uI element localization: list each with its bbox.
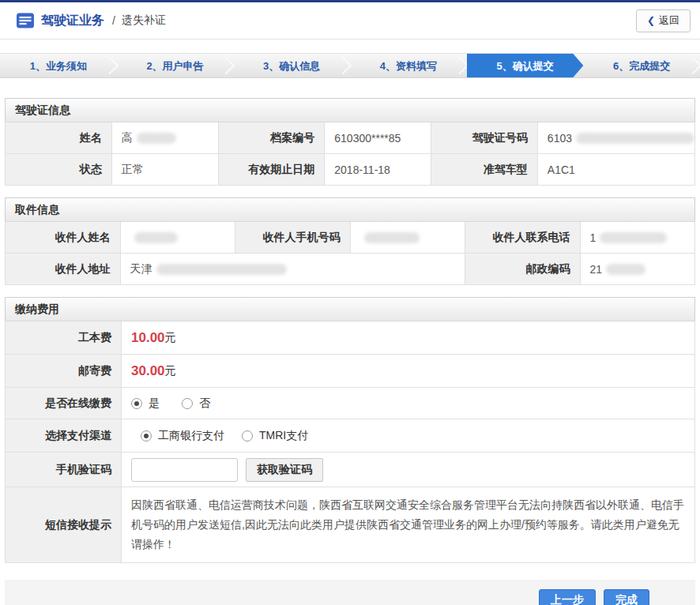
license-no-value: 6103 [538, 122, 695, 154]
address-text: 天津 [130, 262, 152, 276]
channel-icbc-option[interactable]: 工商银行支付 [141, 429, 224, 443]
payment-channel-label: 选择支付渠道 [6, 419, 122, 453]
redacted-postal-code [606, 264, 645, 275]
redacted-name [137, 133, 176, 144]
production-fee-label: 工本费 [6, 321, 122, 355]
redacted-address [156, 264, 287, 275]
vehicle-class-value: A1C1 [538, 154, 695, 186]
address-value: 天津 [121, 254, 466, 285]
license-info-section: 驾驶证信息 姓名 高 档案编号 610300****85 驾驶证号码 6103 … [5, 98, 695, 186]
step-1-label: 1、业务须知 [30, 60, 87, 72]
sms-code-row: 获取验证码 [122, 453, 695, 487]
payment-title: 缴纳费用 [5, 297, 695, 321]
channel-tmri-option[interactable]: TMRI支付 [242, 429, 308, 443]
step-3-label: 3、确认信息 [263, 60, 320, 72]
postage-fee-amount: 30.00 [131, 363, 165, 379]
postage-fee-label: 邮寄费 [6, 355, 122, 388]
redacted-recipient-mobile [364, 232, 420, 243]
recipient-phone-text: 1 [590, 231, 597, 244]
pickup-info-table: 收件人姓名 收件人手机号码 收件人联系电话 1 收件人地址 天津 邮政编码 21 [5, 221, 695, 285]
channel-tmri-label: TMRI支付 [259, 429, 308, 443]
recipient-name-label: 收件人姓名 [6, 222, 121, 254]
sms-notice-text: 因陕西省联通、电信运营商技术问题，陕西省互联网交通安全综合服务管理平台无法向持陕… [122, 487, 695, 563]
vehicle-class-label: 准驾车型 [431, 154, 538, 186]
channel-icbc-label: 工商银行支付 [158, 429, 224, 443]
sms-notice-label: 短信接收提示 [6, 487, 122, 563]
payment-section: 缴纳费用 工本费 10.00元 邮寄费 30.00元 是否在线缴费 是 否 选择… [5, 297, 695, 563]
radio-icbc-icon [141, 430, 152, 442]
production-fee-amount: 10.00 [131, 330, 165, 346]
online-payment-yes-label: 是 [149, 396, 160, 411]
online-payment-label: 是否在线缴费 [6, 388, 122, 419]
status-label: 状态 [6, 154, 112, 186]
recipient-phone-label: 收件人联系电话 [465, 222, 581, 254]
finish-button[interactable]: 完成 [604, 589, 649, 605]
license-no-value-text: 6103 [548, 132, 572, 145]
step-5-confirm-submit-active[interactable]: 5、确认提交 [467, 54, 584, 77]
footer-action-bar: 上一步 完成 [5, 580, 695, 605]
breadcrumb: 驾驶证业务 / 遗失补证 [16, 11, 166, 30]
expiry-label: 有效期止日期 [219, 154, 326, 186]
sms-code-label: 手机验证码 [6, 453, 122, 487]
license-no-label: 驾驶证号码 [431, 122, 538, 154]
page-title: 驾驶证业务 [41, 13, 104, 29]
file-no-value: 610300****85 [325, 122, 431, 154]
back-button-label: 返回 [659, 13, 679, 28]
recipient-name-value [121, 222, 236, 254]
postal-code-value: 21 [581, 254, 696, 285]
step-6-label: 6、完成提交 [613, 60, 670, 72]
expiry-value: 2018-11-18 [325, 154, 431, 186]
redacted-license-no [576, 133, 694, 144]
get-code-button[interactable]: 获取验证码 [246, 458, 323, 482]
payment-channel-options: 工商银行支付 TMRI支付 [122, 419, 695, 453]
redacted-recipient-name [134, 232, 178, 243]
step-1-business-notice[interactable]: 1、业务须知 [0, 54, 117, 77]
status-value: 正常 [112, 154, 219, 186]
radio-no-icon [182, 398, 193, 409]
payment-table: 工本费 10.00元 邮寄费 30.00元 是否在线缴费 是 否 选择支付渠道 [5, 321, 695, 563]
step-2-user-declaration[interactable]: 2、用户申告 [117, 54, 234, 77]
page-header: 驾驶证业务 / 遗失补证 ❮ 返回 [0, 2, 700, 39]
online-payment-options: 是 否 [122, 388, 695, 419]
step-6-complete-submit[interactable]: 6、完成提交 [583, 54, 700, 77]
breadcrumb-separator: / [112, 14, 115, 27]
step-4-label: 4、资料填写 [380, 60, 437, 72]
file-no-label: 档案编号 [219, 122, 326, 154]
online-payment-yes-option[interactable]: 是 [131, 396, 160, 411]
online-payment-no-option[interactable]: 否 [182, 396, 210, 411]
recipient-mobile-label: 收件人手机号码 [235, 222, 351, 254]
name-label: 姓名 [6, 122, 112, 154]
sms-code-input[interactable] [131, 458, 238, 482]
step-5-label: 5、确认提交 [496, 60, 553, 72]
breadcrumb-current: 遗失补证 [122, 13, 166, 28]
pickup-info-title: 取件信息 [5, 197, 695, 221]
postage-fee-unit: 元 [165, 364, 176, 378]
production-fee-value: 10.00元 [122, 321, 695, 355]
license-info-table: 姓名 高 档案编号 610300****85 驾驶证号码 6103 状态 正常 … [5, 122, 695, 186]
postage-fee-value: 30.00元 [122, 355, 695, 388]
step-3-confirm-info[interactable]: 3、确认信息 [233, 54, 350, 77]
redacted-recipient-phone [600, 232, 667, 243]
postal-code-label: 邮政编码 [465, 254, 581, 285]
back-button[interactable]: ❮ 返回 [636, 9, 691, 32]
step-4-fill-materials[interactable]: 4、资料填写 [350, 54, 467, 77]
production-fee-unit: 元 [165, 331, 176, 345]
license-form-icon [16, 11, 35, 30]
postal-code-text: 21 [590, 263, 603, 276]
recipient-phone-value: 1 [581, 222, 696, 254]
pickup-info-section: 取件信息 收件人姓名 收件人手机号码 收件人联系电话 1 收件人地址 天津 邮政… [5, 197, 695, 285]
online-payment-no-label: 否 [199, 396, 210, 411]
address-label: 收件人地址 [6, 254, 121, 285]
step-2-label: 2、用户申告 [146, 60, 203, 72]
recipient-mobile-value [351, 222, 466, 254]
name-value: 高 [112, 122, 219, 154]
radio-yes-icon [131, 398, 142, 409]
license-info-title: 驾驶证信息 [5, 98, 695, 122]
previous-step-button[interactable]: 上一步 [539, 589, 596, 605]
step-navigation: 1、业务须知 2、用户申告 3、确认信息 4、资料填写 5、确认提交 6、完成提… [0, 53, 700, 78]
name-value-text: 高 [122, 131, 133, 145]
chevron-left-icon: ❮ [647, 16, 655, 25]
radio-tmri-icon [242, 430, 253, 442]
